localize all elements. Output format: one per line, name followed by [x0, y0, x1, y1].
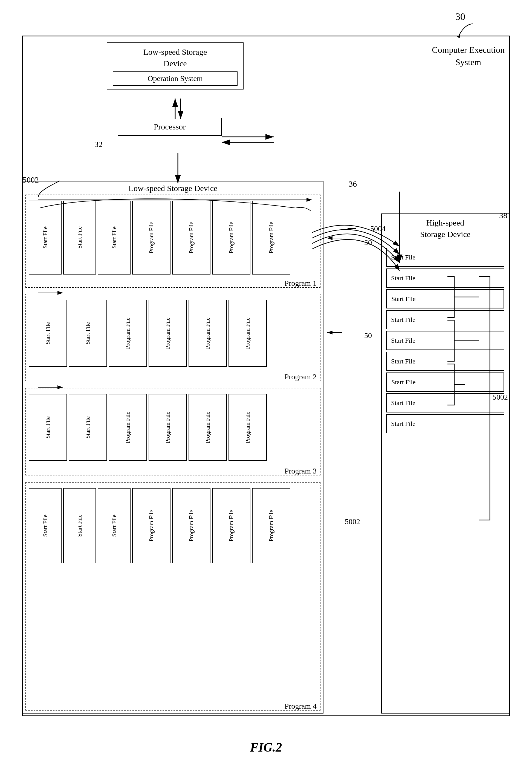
file-cell: Program File	[229, 394, 267, 461]
label-5004: 5004	[370, 224, 386, 233]
file-cell: Program File	[229, 300, 267, 367]
file-cell: Program File	[212, 201, 250, 275]
program-3-section: Program 3 Start File Start File Program …	[25, 388, 320, 475]
processor-box: Processor	[118, 118, 222, 136]
file-cell: Start File	[69, 394, 107, 461]
file-cell: Program File	[132, 488, 170, 563]
high-speed-box: High-speed Storage Device Start File Sta…	[381, 213, 510, 714]
label-50-2: 50	[364, 331, 372, 340]
label-36: 36	[349, 179, 357, 189]
file-cell: Start File	[69, 300, 107, 367]
program-2-label: Program 2	[285, 372, 317, 381]
file-cell: Program File	[212, 488, 250, 563]
file-cell: Start File	[63, 488, 96, 563]
high-speed-file-cell: Start File	[386, 414, 504, 433]
low-speed-main-label: Low-speed Storage Device	[23, 181, 323, 195]
high-speed-file-cell: Start File	[386, 393, 504, 412]
high-speed-file-cell: Start File	[386, 248, 504, 267]
file-cell: Program File	[109, 300, 147, 367]
file-cell: Start File	[29, 300, 67, 367]
fig-number-label: 30	[455, 11, 465, 22]
high-speed-file-cell: Start File	[386, 268, 504, 288]
program-1-label: Program 1	[285, 279, 317, 288]
file-cell: Program File	[172, 488, 210, 563]
low-speed-top-label: Low-speed Storage Device	[113, 46, 238, 69]
program-3-label: Program 3	[285, 467, 317, 475]
program-2-section: Program 2 Start File Start File Program …	[25, 294, 320, 381]
file-cell: Program File	[109, 394, 147, 461]
file-cell: Program File	[132, 201, 170, 275]
operation-system-box: Operation System	[113, 71, 238, 86]
file-cell: Start File	[29, 201, 62, 275]
label-5002-bottom: 5002	[345, 517, 360, 526]
high-speed-label: High-speed Storage Device	[382, 214, 509, 243]
low-speed-top-box: Low-speed Storage Device Operation Syste…	[107, 42, 244, 89]
file-cell: Program File	[172, 201, 210, 275]
file-cell: Start File	[98, 201, 131, 275]
file-cell: Start File	[63, 201, 96, 275]
high-speed-file-cell: Start File	[386, 352, 504, 371]
file-cell: Start File	[29, 488, 62, 563]
fig-label: FIG.2	[250, 740, 282, 755]
program-4-section: Program 4 Start File Start File Start Fi…	[25, 482, 320, 711]
high-speed-file-cell: Start File	[386, 289, 504, 308]
operation-system-label: Operation System	[148, 74, 203, 83]
high-speed-file-cell: Start File	[386, 372, 504, 392]
label-32: 32	[94, 140, 103, 149]
file-cell: Program File	[149, 394, 187, 461]
program-1-section: Program 1 Start File Start File Start Fi…	[25, 195, 320, 288]
file-cell: Start File	[29, 394, 67, 461]
processor-label: Processor	[154, 122, 186, 131]
high-speed-file-cell: Start File	[386, 310, 504, 329]
file-cell: Program File	[149, 300, 187, 367]
page: 30 Computer Execution System Low-speed S…	[0, 0, 532, 771]
file-cell: Program File	[252, 488, 290, 563]
program-4-label: Program 4	[285, 702, 317, 711]
file-cell: Program File	[189, 394, 227, 461]
file-cell: Start File	[98, 488, 131, 563]
file-cell: Program File	[189, 300, 227, 367]
low-speed-main-box: Low-speed Storage Device Program 1 Start…	[22, 181, 323, 714]
high-speed-file-cell: Start File	[386, 331, 504, 350]
file-cell: Program File	[252, 201, 290, 275]
label-50-1: 50	[364, 238, 372, 247]
